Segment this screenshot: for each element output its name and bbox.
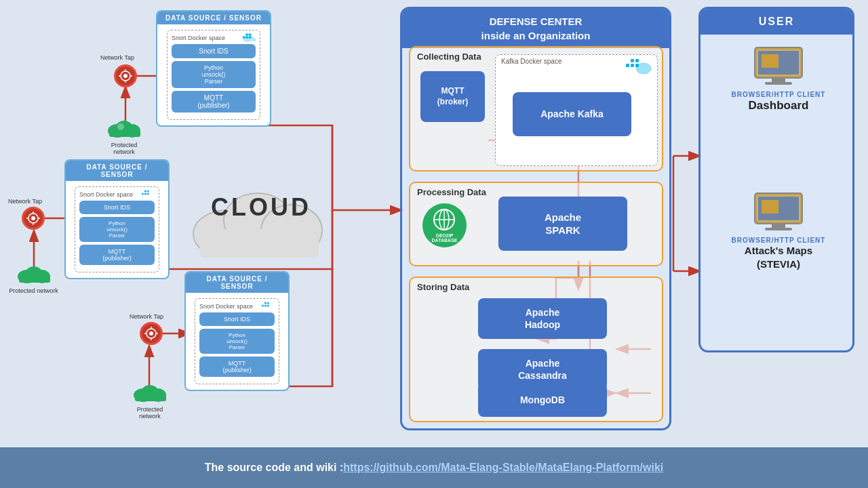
python-parser-1: Pythonunsock()Parser bbox=[172, 61, 256, 88]
attackmaps-client-label: Attack's Maps(STEVIA) bbox=[717, 244, 840, 270]
geoip-label: GEO2IP DATABASE bbox=[422, 233, 467, 243]
svg-rect-54 bbox=[267, 302, 269, 304]
svg-rect-68 bbox=[631, 59, 634, 62]
monitor-svg-2 bbox=[751, 192, 806, 232]
svg-rect-64 bbox=[135, 393, 166, 401]
svg-rect-18 bbox=[246, 34, 248, 36]
footer-text: The source code and wiki : bbox=[205, 462, 344, 474]
svg-point-70 bbox=[636, 63, 651, 74]
network-tap-3 bbox=[140, 322, 163, 345]
svg-point-56 bbox=[149, 331, 153, 336]
mongodb-btn: MongoDB bbox=[478, 383, 607, 417]
datasource-3-docker: Snort Docker space Snort IDS Pythonunsoc… bbox=[195, 298, 279, 384]
big-cloud: CLOUD bbox=[190, 163, 326, 264]
defense-center: DEFENSE CENTER inside an Organization Co… bbox=[400, 7, 671, 430]
svg-rect-19 bbox=[249, 34, 251, 36]
collecting-section: Collecting Data MQTT (broker) Kafka Dock… bbox=[409, 46, 663, 171]
datasource-2: DATA SOURCE / SENSOR Snort Docker space … bbox=[64, 159, 170, 279]
network-tap-1-icon bbox=[119, 69, 132, 83]
svg-rect-34 bbox=[144, 190, 146, 192]
mqtt-publisher-3: MQTT(publisher) bbox=[199, 357, 275, 377]
cloud-label: CLOUD bbox=[190, 193, 332, 222]
snort-ids-2: Snort IDS bbox=[79, 201, 155, 214]
snort-ids-3: Snort IDS bbox=[199, 312, 275, 326]
svg-rect-66 bbox=[631, 64, 634, 67]
svg-rect-49 bbox=[200, 229, 319, 258]
network-tap-2 bbox=[22, 207, 45, 230]
svg-rect-53 bbox=[264, 302, 267, 304]
docker-icon-1 bbox=[242, 33, 257, 44]
datasource-3-header: DATA SOURCE / SENSOR bbox=[186, 272, 288, 293]
svg-rect-80 bbox=[762, 54, 778, 68]
svg-rect-65 bbox=[626, 64, 629, 67]
svg-rect-83 bbox=[772, 224, 785, 228]
mqtt-broker-btn: MQTT (broker) bbox=[420, 71, 485, 122]
svg-rect-15 bbox=[243, 37, 245, 39]
defense-center-header: DEFENSE CENTER inside an Organization bbox=[402, 9, 669, 48]
storing-section: Storing Data Apache Hadoop Apache Cassan… bbox=[409, 277, 663, 422]
kafka-docker-space: Kafka Docker space Apache Kafka bbox=[495, 54, 658, 166]
datasource-1-header: DATA SOURCE / SENSOR bbox=[157, 12, 270, 24]
snort-ids-1: Snort IDS bbox=[172, 44, 256, 58]
datasource-1-docker: Snort Docker space Snort IDS Pythonunsoc… bbox=[167, 30, 260, 120]
docker-icon-3 bbox=[261, 302, 276, 312]
dashboard-client: BROWSER/HTTP CLIENT Dashboard bbox=[717, 46, 840, 113]
network-tap-2-label: Network Tap bbox=[8, 198, 42, 205]
cloud-3-icon bbox=[130, 376, 170, 403]
network-tap-3-label: Network Tap bbox=[126, 313, 167, 320]
protected-network-3-label: Protected network bbox=[126, 406, 174, 420]
globe-icon bbox=[433, 208, 456, 232]
dashboard-client-sublabel: BROWSER/HTTP CLIENT bbox=[717, 91, 840, 98]
network-tap-1 bbox=[114, 64, 137, 87]
main-diagram: DATA SOURCE / SENSOR Snort Docker space … bbox=[0, 0, 868, 447]
mqtt-publisher-1: MQTT(publisher) bbox=[172, 91, 256, 113]
svg-rect-33 bbox=[147, 193, 149, 195]
svg-rect-77 bbox=[772, 78, 785, 82]
docker-icon-2 bbox=[141, 190, 156, 201]
protected-cloud-2: Protected network bbox=[8, 258, 59, 294]
svg-rect-52 bbox=[267, 305, 269, 307]
protected-cloud-3: Protected network bbox=[126, 376, 174, 420]
datasource-2-header: DATA SOURCE / SENSOR bbox=[66, 161, 168, 181]
svg-rect-50 bbox=[262, 305, 264, 307]
svg-rect-51 bbox=[264, 305, 267, 307]
svg-rect-32 bbox=[144, 193, 146, 195]
svg-rect-29 bbox=[109, 129, 140, 137]
datasource-1: DATA SOURCE / SENSOR Snort Docker space … bbox=[156, 10, 271, 127]
user-header: USER bbox=[701, 9, 852, 35]
geoip-icon: GEO2IP DATABASE bbox=[422, 203, 467, 247]
defense-title-2: inside an Organization bbox=[408, 28, 664, 43]
svg-rect-45 bbox=[19, 274, 50, 283]
mqtt-publisher-2: MQTT(publisher) bbox=[79, 245, 155, 265]
defense-title-1: DEFENSE CENTER bbox=[408, 14, 664, 28]
protected-network-1-label: Protected network bbox=[100, 142, 148, 155]
footer-link[interactable]: https://github.com/Mata-Elang-Stable/Mat… bbox=[343, 462, 663, 474]
attackmaps-client: BROWSER/HTTP CLIENT Attack's Maps(STEVIA… bbox=[717, 192, 840, 270]
attackmaps-client-sublabel: BROWSER/HTTP CLIENT bbox=[717, 237, 840, 244]
protected-network-2-label: Protected network bbox=[8, 287, 59, 294]
datasource-3: DATA SOURCE / SENSOR Snort Docker space … bbox=[184, 271, 290, 391]
svg-rect-86 bbox=[762, 200, 778, 214]
attackmaps-monitor-icon bbox=[751, 192, 806, 232]
svg-point-21 bbox=[123, 74, 127, 78]
python-parser-3: Pythonunsock()Parser bbox=[199, 329, 275, 354]
network-tap-1-label: Network Tap bbox=[100, 54, 134, 61]
apache-hadoop-btn: Apache Hadoop bbox=[478, 298, 607, 339]
datasource-2-docker: Snort Docker space Snort IDS Pythonunsoc… bbox=[75, 186, 159, 272]
dashboard-monitor-icon bbox=[751, 46, 806, 87]
svg-rect-35 bbox=[147, 190, 149, 192]
apache-spark-btn: Apache SPARK bbox=[498, 197, 627, 251]
cloud-2-icon bbox=[14, 258, 54, 285]
protected-cloud-1: Protected network bbox=[100, 112, 148, 155]
storing-label: Storing Data bbox=[410, 278, 662, 293]
monitor-svg-1 bbox=[751, 46, 806, 87]
network-tap-2-icon bbox=[26, 211, 40, 225]
dashboard-client-label: Dashboard bbox=[717, 98, 840, 113]
processing-section: Processing Data GEO2IP DATABASE Apache S… bbox=[409, 182, 663, 266]
footer: The source code and wiki : https://githu… bbox=[0, 447, 868, 488]
python-parser-2: Pythonunsock()Parser bbox=[79, 217, 155, 242]
svg-rect-78 bbox=[765, 82, 792, 85]
user-section: USER BROWSER/HTTP CLIENT Dashboard bbox=[698, 7, 854, 352]
svg-rect-31 bbox=[142, 193, 144, 195]
cloud-1-icon bbox=[104, 112, 144, 139]
